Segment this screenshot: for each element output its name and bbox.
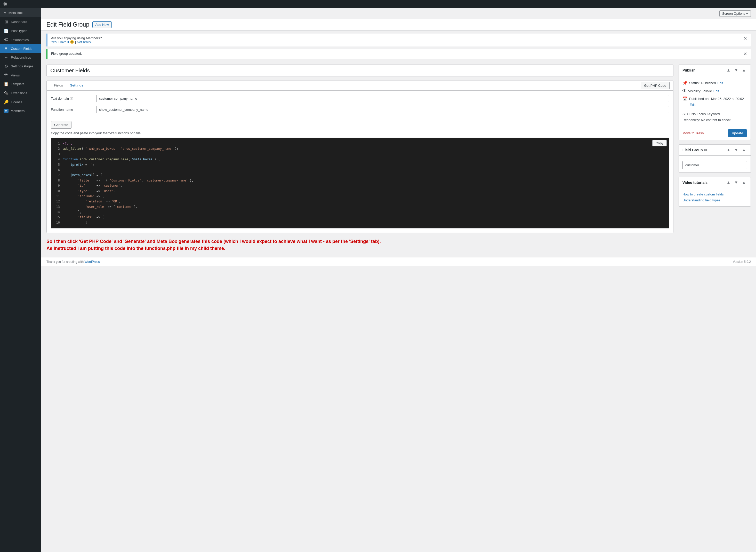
seo-row: SEO: No Focus Keyword <box>683 111 747 117</box>
generate-button[interactable]: Generate <box>51 121 71 129</box>
field-group-id-panel: Field Group ID ▲ ▼ ▲ <box>679 144 751 173</box>
vt-collapse-up[interactable]: ▲ <box>725 180 732 185</box>
sidebar-post-types-label: Post Types <box>11 29 27 33</box>
video-link-create-custom-fields[interactable]: How to create custom fields <box>683 191 747 197</box>
code-line-16: 16 [ <box>55 220 665 225</box>
field-group-id-body <box>679 156 751 172</box>
visibility-edit-link[interactable]: Edit <box>714 89 719 93</box>
settings-pages-icon: ⚙ <box>4 64 9 69</box>
text-domain-label: Text domain ⓘ <box>51 96 92 101</box>
code-line-9: 9 'id' => 'customer', <box>55 183 665 188</box>
trash-link[interactable]: Move to Trash <box>683 131 704 135</box>
members-notice-close[interactable]: ✕ <box>743 36 747 41</box>
views-icon: 👁 <box>4 73 9 78</box>
published-label: Published on: <box>689 97 710 101</box>
sidebar-taxonomies-label: Taxonomies <box>11 38 29 42</box>
custom-fields-icon: ≡ <box>4 46 9 51</box>
sidebar-brand-label: Meta Box <box>8 11 23 15</box>
members-notice: Are you enjoying using Members? Yes, I l… <box>46 33 751 46</box>
top-bar: ✺ <box>0 0 756 8</box>
tab-settings[interactable]: Settings <box>66 81 87 90</box>
fgid-collapse-down[interactable]: ▼ <box>733 147 739 153</box>
code-line-6: 6 <box>55 167 665 172</box>
fgid-collapse-up[interactable]: ▲ <box>725 147 732 153</box>
updated-notice-text: Field group updated. <box>51 52 82 55</box>
sidebar-item-settings-pages[interactable]: ⚙ Settings Pages <box>0 62 41 71</box>
screen-options-button[interactable]: Screen Options ▾ <box>719 10 751 17</box>
vt-collapse-down[interactable]: ▼ <box>733 180 739 185</box>
code-copy-button[interactable]: Copy <box>652 140 667 146</box>
sidebar-item-template[interactable]: 📋 Template <box>0 80 41 89</box>
sidebar-item-dashboard[interactable]: ⊞ Dashboard <box>0 17 41 26</box>
tabs-left: Fields Settings <box>50 81 87 90</box>
sidebar-item-views[interactable]: 👁 Views <box>0 71 41 80</box>
video-tutorials-body: How to create custom fields Understandin… <box>679 188 751 206</box>
updated-notice-close[interactable]: ✕ <box>743 52 747 56</box>
tab-fields[interactable]: Fields <box>50 81 66 90</box>
sidebar-item-members[interactable]: M Members <box>0 107 41 115</box>
published-edit-link[interactable]: Edit <box>690 103 695 107</box>
panel-separator-2 <box>683 125 747 125</box>
update-button[interactable]: Update <box>728 129 747 137</box>
sidebar-extensions-label: Extensions <box>11 91 27 95</box>
panel-separator-1 <box>683 109 747 109</box>
field-group-id-controls: ▲ ▼ ▲ <box>725 147 747 153</box>
sidebar-views-label: Views <box>11 73 20 77</box>
text-domain-help-icon[interactable]: ⓘ <box>70 96 73 101</box>
sidebar-item-extensions[interactable]: 🔌 Extensions <box>0 89 41 98</box>
published-value: Mar 25, 2022 at 20:02 <box>711 97 744 101</box>
footer-wp-link[interactable]: WordPress <box>84 260 100 264</box>
vt-hide[interactable]: ▲ <box>741 180 747 185</box>
function-name-label: Function name <box>51 108 92 112</box>
add-new-button[interactable]: Add New <box>92 21 112 28</box>
video-tutorials-header: Video tutorials ▲ ▼ ▲ <box>679 177 751 188</box>
members-notice-yes-link[interactable]: Yes, I love it 😊 <box>51 40 74 44</box>
dashboard-icon: ⊞ <box>4 19 9 24</box>
fgid-hide[interactable]: ▲ <box>741 147 747 153</box>
text-domain-row: Text domain ⓘ <box>51 95 669 102</box>
publish-collapse-down[interactable]: ▼ <box>733 67 739 73</box>
visibility-label: Visibility: <box>688 89 701 93</box>
publish-panel: Publish ▲ ▼ ▲ 📌 Status: Publishe <box>679 64 751 140</box>
footer-credit: Thank you for creating with WordPress. <box>46 260 101 264</box>
code-line-14: 14 ], <box>55 210 665 215</box>
text-domain-input[interactable] <box>96 95 669 102</box>
status-edit-link[interactable]: Edit <box>718 81 723 85</box>
screen-options-bar: Screen Options ▾ <box>41 8 756 19</box>
field-group-id-input[interactable] <box>683 161 747 169</box>
sidebar-metabox-brand: M Meta Box <box>0 8 41 17</box>
template-icon: 📋 <box>4 82 9 87</box>
sidebar-item-custom-fields[interactable]: ≡ Custom Fields <box>0 44 41 53</box>
members-notice-content: Are you enjoying using Members? Yes, I l… <box>51 36 102 44</box>
license-icon: 🔑 <box>4 100 9 105</box>
footer-version: Version 5.9.2 <box>733 260 751 264</box>
status-value: Published <box>701 81 716 85</box>
metabox-badge: M <box>4 11 6 15</box>
get-php-button[interactable]: Get PHP Code <box>641 82 670 89</box>
page-title: Edit Field Group <box>46 21 89 28</box>
sidebar-item-relationships[interactable]: ↔ Relationships <box>0 53 41 62</box>
function-name-input[interactable] <box>96 106 669 113</box>
publish-collapse-up[interactable]: ▲ <box>725 67 732 73</box>
members-notice-text: Are you enjoying using Members? <box>51 36 102 40</box>
status-label: Status: <box>689 81 700 85</box>
app-wrapper: ✺ M Meta Box ⊞ Dashboard 📄 Post Types 🏷 … <box>0 0 756 552</box>
sidebar-item-taxonomies[interactable]: 🏷 Taxonomies <box>0 35 41 44</box>
sidebar-item-post-types[interactable]: 📄 Post Types <box>0 26 41 35</box>
members-badge: M <box>4 109 8 113</box>
main-column: Fields Settings Get PHP Code Text domain… <box>46 64 674 252</box>
video-tutorials-controls: ▲ ▼ ▲ <box>725 180 747 185</box>
field-group-title-input[interactable] <box>50 67 670 74</box>
publish-panel-title: Publish <box>683 68 696 72</box>
published-row: 📅 Published on: Mar 25, 2022 at 20:02 <box>683 95 747 103</box>
publish-hide[interactable]: ▲ <box>741 67 747 73</box>
video-link-understanding-field-types[interactable]: Understanding field types <box>683 197 747 203</box>
members-notice-no-link[interactable]: Not really... <box>77 40 93 44</box>
post-types-icon: 📄 <box>4 28 9 33</box>
function-name-row: Function name <box>51 106 669 113</box>
footer-thank-you: Thank you for creating with <box>46 260 83 264</box>
sidebar-item-license[interactable]: 🔑 License <box>0 98 41 107</box>
publish-panel-header: Publish ▲ ▼ ▲ <box>679 65 751 76</box>
code-area: 1 <?php 2 add_filter( 'rwmb_meta_boxes',… <box>51 138 669 228</box>
sidebar-dashboard-label: Dashboard <box>11 20 27 24</box>
